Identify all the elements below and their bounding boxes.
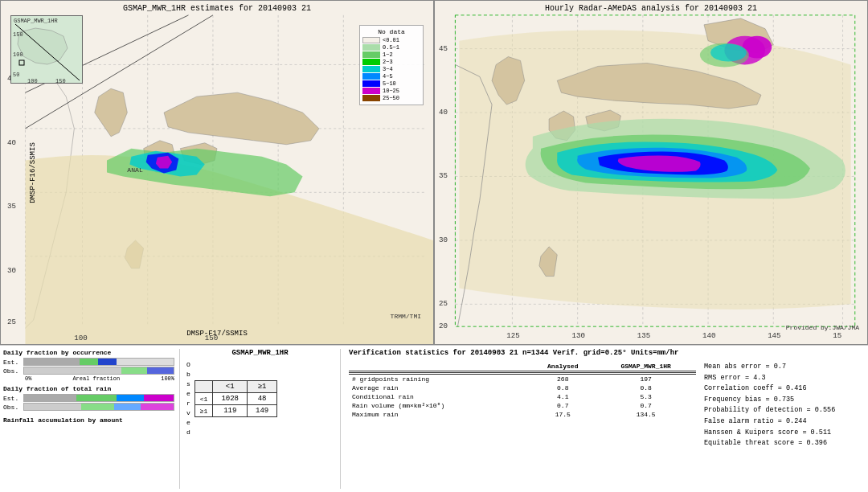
- ct-data-row2: ≥1 119 149: [194, 405, 276, 417]
- verif-col-analysed: Analysed: [530, 362, 596, 371]
- legend-item-3-4: 3~4: [362, 66, 420, 72]
- scalar-stats: Mean abs error = 0.7 RMS error = 4.3 Cor…: [704, 362, 865, 449]
- rain-est-bar: [23, 394, 174, 402]
- svg-text:100: 100: [74, 334, 87, 342]
- verif-metric-3: Rain volume (mm×km²×10⁶): [349, 401, 530, 410]
- contingency-table-section: GSMAP_MWR_1HR <1 ≥1 Observed: [180, 349, 341, 489]
- svg-text:20: 20: [439, 322, 448, 330]
- legend-item-5-10: 5~10: [362, 80, 420, 87]
- trmm-label: TRMM/TMI: [391, 313, 421, 320]
- svg-text:25: 25: [7, 318, 16, 326]
- jwa-label: Provided by:JWA/JMA: [786, 324, 859, 331]
- ct-h-lt1: <1: [213, 381, 248, 393]
- rain-est-row: Est.: [3, 394, 174, 402]
- right-map-svg: 45 40 35 30 25 20 125 130 135 140 145 15: [435, 1, 867, 344]
- legend-panel: No data <0.01 0.5~1 1~2 2~3: [359, 25, 424, 105]
- verif-val-gsmap-1: 0.8: [596, 383, 696, 392]
- verif-table-wrap: Analysed GSMAP_MWR_1HR # gridpoints rain…: [349, 362, 696, 449]
- legend-item-nodata: <0.01: [362, 37, 420, 43]
- stat-rms: RMS error = 4.3: [704, 373, 865, 384]
- svg-text:30: 30: [7, 266, 16, 275]
- verif-content: Analysed GSMAP_MWR_1HR # gridpoints rain…: [349, 362, 865, 449]
- verif-table: Analysed GSMAP_MWR_1HR # gridpoints rain…: [349, 362, 696, 419]
- bottom-left-charts: Daily fraction by occurrence Est. Obs. 0…: [3, 349, 180, 489]
- ct-c: 119: [213, 405, 248, 417]
- svg-text:150: 150: [13, 31, 23, 38]
- verif-val-analysed-0: 268: [530, 375, 596, 384]
- svg-text:35: 35: [439, 172, 448, 181]
- ct-d: 149: [248, 405, 277, 417]
- stat-freq: Frequency bias = 0.735: [704, 395, 865, 406]
- verif-header-row: Analysed GSMAP_MWR_1HR: [349, 362, 696, 371]
- acc-title: Rainfall accumulation by amount: [3, 416, 174, 424]
- inset-svg: 150 100 50 100 150: [11, 16, 83, 84]
- svg-point-45: [710, 44, 747, 62]
- verification-section: Verification statistics for 20140903 21 …: [341, 349, 865, 489]
- verif-row-cond: Conditional rain 4.1 5.3: [349, 392, 696, 401]
- est-label-2: Est.: [3, 395, 23, 402]
- stat-hk: Hanssen & Kuipers score = 0.511: [704, 428, 865, 439]
- rain-title: Daily fraction of total rain: [3, 385, 174, 392]
- rain-obs-bar: [23, 403, 174, 411]
- verif-val-analysed-4: 17.5: [530, 410, 596, 419]
- occurrence-axis: 0% Areal fraction 100%: [3, 375, 174, 382]
- occurrence-obs-row: Obs.: [3, 367, 174, 375]
- svg-text:45: 45: [439, 44, 448, 53]
- verif-val-gsmap-0: 197: [596, 375, 696, 384]
- verif-val-analysed-3: 0.7: [530, 401, 596, 410]
- top-row: GSMAP_MWR_1HR estimates for 20140903 21 …: [0, 0, 868, 346]
- verif-metric-2: Conditional rain: [349, 392, 530, 401]
- verif-val-analysed-2: 4.1: [530, 392, 596, 401]
- occurrence-title: Daily fraction by occurrence: [3, 349, 174, 356]
- legend-item-25-50: 25~50: [362, 95, 420, 101]
- ct-row-label-lt1: <1: [194, 393, 213, 405]
- verif-col-metric: [349, 362, 530, 371]
- left-map-panel: GSMAP_MWR_1HR estimates for 20140903 21 …: [0, 0, 434, 345]
- svg-text:150: 150: [55, 78, 66, 84]
- ct-row-label-gte1: ≥1: [194, 405, 213, 417]
- ct-h-blank: [194, 381, 213, 393]
- svg-text:40: 40: [439, 108, 448, 117]
- left-map-title: GSMAP_MWR_1HR estimates for 20140903 21: [123, 4, 311, 13]
- obs-label-2: Obs.: [3, 404, 23, 411]
- verif-row-gridpoints: # gridpoints raining 268 197: [349, 375, 696, 384]
- svg-text:30: 30: [439, 236, 448, 244]
- svg-text:140: 140: [702, 331, 715, 340]
- legend-item-2-3: 2~3: [362, 59, 420, 65]
- svg-text:25: 25: [439, 299, 448, 308]
- legend-item-05-1: 0.5~1: [362, 44, 420, 51]
- svg-text:40: 40: [7, 138, 16, 147]
- stat-ets: Equitable threat score = 0.396: [704, 438, 865, 449]
- legend-item-10-25: 10~25: [362, 88, 420, 94]
- legend-item-4-5: 4~5: [362, 73, 420, 80]
- svg-text:100: 100: [13, 51, 23, 58]
- verif-col-gsmap: GSMAP_MWR_1HR: [596, 362, 696, 371]
- ct-h-gte1: ≥1: [248, 381, 277, 393]
- right-map-panel: Hourly Radar-AMeDAS analysis for 2014090…: [434, 0, 868, 345]
- left-map-x-label: DMSP-F17/SSMIS: [186, 330, 248, 338]
- stat-far: False alarm ratio = 0.244: [704, 416, 865, 428]
- svg-text:100: 100: [27, 78, 38, 84]
- main-container: GSMAP_MWR_1HR estimates for 20140903 21 …: [0, 0, 868, 492]
- right-map-title: Hourly Radar-AMeDAS analysis for 2014090…: [545, 4, 757, 13]
- verif-metric-0: # gridpoints raining: [349, 375, 530, 384]
- svg-text:ANAL: ANAL: [127, 167, 143, 174]
- occurrence-est-row: Est.: [3, 358, 174, 366]
- verif-title: Verification statistics for 20140903 21 …: [349, 349, 865, 357]
- stat-mae: Mean abs error = 0.7: [704, 362, 865, 373]
- verif-val-gsmap-2: 5.3: [596, 392, 696, 401]
- verif-row-volume: Rain volume (mm×km²×10⁶) 0.7 0.7: [349, 401, 696, 410]
- verif-metric-1: Average rain: [349, 383, 530, 392]
- verif-val-analysed-1: 0.8: [530, 383, 596, 392]
- rain-fraction-chart: Daily fraction of total rain Est. Obs.: [3, 385, 174, 412]
- svg-text:125: 125: [506, 331, 519, 340]
- stat-pod: Probability of detection = 0.556: [704, 405, 865, 416]
- occurrence-chart: Daily fraction by occurrence Est. Obs. 0…: [3, 349, 174, 382]
- svg-text:135: 135: [637, 331, 650, 340]
- inset-map: GSMAP_MWR_1HR 150 100 50 100 150: [10, 15, 83, 84]
- svg-text:50: 50: [13, 72, 19, 78]
- legend-item-1-2: 1~2: [362, 51, 420, 58]
- svg-text:130: 130: [572, 331, 585, 340]
- rain-obs-row: Obs.: [3, 403, 174, 411]
- verif-val-gsmap-3: 0.7: [596, 401, 696, 410]
